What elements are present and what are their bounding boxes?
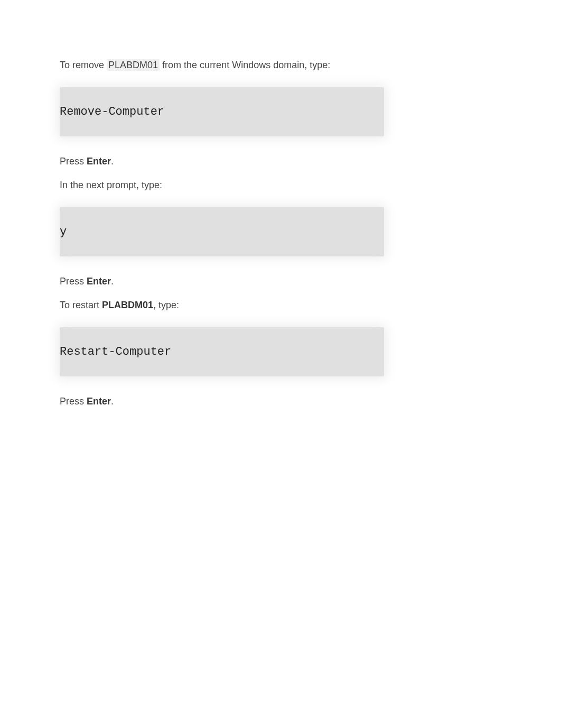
code-block-remove: Remove-Computer xyxy=(60,87,384,136)
instruction-press-enter-3: Press Enter. xyxy=(60,394,384,409)
instruction-restart: To restart PLABDM01, type: xyxy=(60,298,384,312)
text-prefix: Press xyxy=(60,156,87,167)
text-prefix: To restart xyxy=(60,300,102,310)
code-block-y: y xyxy=(60,207,384,256)
key-enter: Enter xyxy=(87,276,111,287)
instruction-press-enter-1: Press Enter. xyxy=(60,154,384,169)
text-suffix: , type: xyxy=(153,300,179,310)
code-text: y xyxy=(60,225,67,238)
instruction-remove: To remove PLABDM01 from the current Wind… xyxy=(60,58,384,72)
text-suffix: . xyxy=(111,396,114,407)
text-suffix: from the current Windows domain, type: xyxy=(160,60,330,70)
text-prefix: Press xyxy=(60,276,87,287)
text-prefix: Press xyxy=(60,396,87,407)
code-text: Remove-Computer xyxy=(60,105,164,118)
instruction-next-prompt: In the next prompt, type: xyxy=(60,178,384,192)
instruction-press-enter-2: Press Enter. xyxy=(60,274,384,289)
key-enter: Enter xyxy=(87,396,111,407)
computer-name-highlight: PLABDM01 xyxy=(107,59,160,71)
computer-name-bold: PLABDM01 xyxy=(102,300,153,310)
text-prefix: To remove xyxy=(60,60,107,70)
key-enter: Enter xyxy=(87,156,111,167)
code-block-restart: Restart-Computer xyxy=(60,327,384,376)
text-suffix: . xyxy=(111,276,114,287)
document-content: To remove PLABDM01 from the current Wind… xyxy=(0,0,444,409)
code-text: Restart-Computer xyxy=(60,345,171,358)
text-suffix: . xyxy=(111,156,114,167)
